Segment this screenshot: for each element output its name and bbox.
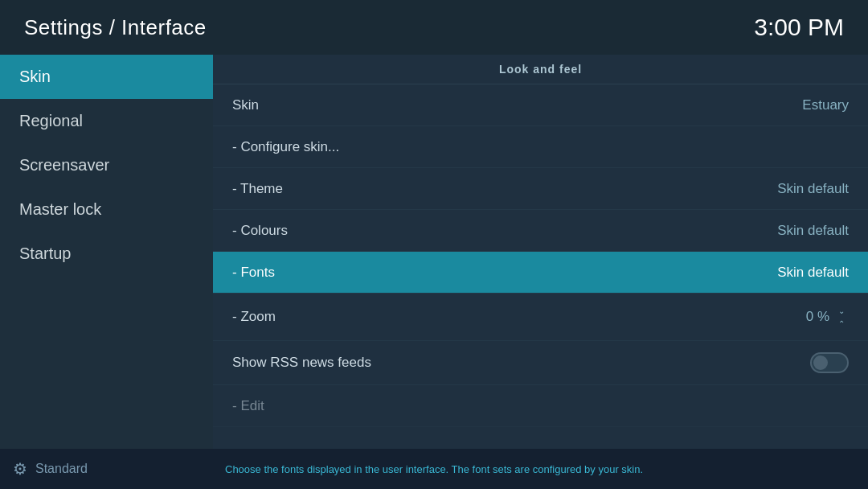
setting-row-colours[interactable]: - Colours Skin default (213, 210, 868, 252)
setting-label-configure-skin: - Configure skin... (232, 139, 339, 155)
sidebar-item-skin[interactable]: Skin (0, 55, 213, 99)
setting-value-fonts: Skin default (777, 265, 849, 281)
sidebar: Skin Regional Screensaver Master lock St… (0, 55, 213, 449)
sidebar-item-label-screensaver: Screensaver (19, 156, 109, 175)
settings-level[interactable]: ⚙ Standard (0, 449, 213, 489)
header: Settings / Interface 3:00 PM (0, 0, 868, 55)
setting-label-colours: - Colours (232, 223, 288, 239)
setting-label-rss: Show RSS news feeds (232, 355, 371, 371)
setting-label-edit: - Edit (232, 398, 264, 414)
sidebar-item-startup[interactable]: Startup (0, 232, 213, 276)
divider (213, 427, 868, 440)
setting-value-rss (810, 352, 849, 373)
setting-value-skin: Estuary (802, 97, 849, 113)
setting-row-configure-skin[interactable]: - Configure skin... (213, 126, 868, 168)
zoom-down-arrow[interactable]: ⌄ (834, 305, 849, 316)
settings-list: Skin Estuary - Configure skin... - Theme… (213, 84, 868, 449)
content-area: Look and feel Skin Estuary - Configure s… (213, 55, 868, 449)
section-title: Look and feel (213, 55, 868, 84)
zoom-arrows: ⌄ ⌃ (834, 305, 849, 329)
setting-value-colours: Skin default (777, 223, 849, 239)
setting-row-zoom[interactable]: - Zoom 0 % ⌄ ⌃ (213, 294, 868, 341)
sidebar-item-label-regional: Regional (19, 112, 83, 130)
gear-icon: ⚙ (13, 459, 27, 479)
zoom-up-arrow[interactable]: ⌃ (834, 318, 849, 329)
setting-label-fonts: - Fonts (232, 265, 275, 281)
main-layout: Skin Regional Screensaver Master lock St… (0, 55, 868, 449)
sidebar-item-screensaver[interactable]: Screensaver (0, 143, 213, 187)
toggle-knob (813, 355, 828, 370)
setting-label-skin: Skin (232, 97, 259, 113)
sidebar-item-label-startup: Startup (19, 244, 71, 263)
setting-value-zoom: 0 % ⌄ ⌃ (806, 305, 849, 329)
sidebar-item-regional[interactable]: Regional (0, 99, 213, 143)
level-label: Standard (35, 462, 88, 476)
clock: 3:00 PM (754, 14, 844, 41)
setting-row-skin[interactable]: Skin Estuary (213, 84, 868, 126)
footer-hint: Choose the fonts displayed in the user i… (225, 463, 643, 475)
setting-row-rss[interactable]: Show RSS news feeds (213, 341, 868, 385)
sidebar-item-label-skin: Skin (19, 68, 51, 86)
zoom-value-text: 0 % (806, 309, 829, 325)
setting-label-zoom: - Zoom (232, 309, 276, 325)
setting-row-theme[interactable]: - Theme Skin default (213, 168, 868, 210)
setting-row-reset[interactable]: Reset above settings to default (213, 440, 868, 449)
setting-row-edit: - Edit (213, 385, 868, 427)
setting-value-theme: Skin default (777, 181, 849, 197)
setting-row-fonts[interactable]: - Fonts Skin default (213, 252, 868, 294)
setting-label-theme: - Theme (232, 181, 283, 197)
rss-toggle[interactable] (810, 352, 849, 373)
sidebar-item-masterlock[interactable]: Master lock (0, 187, 213, 232)
sidebar-item-label-masterlock: Master lock (19, 200, 101, 219)
page-title: Settings / Interface (24, 15, 207, 40)
